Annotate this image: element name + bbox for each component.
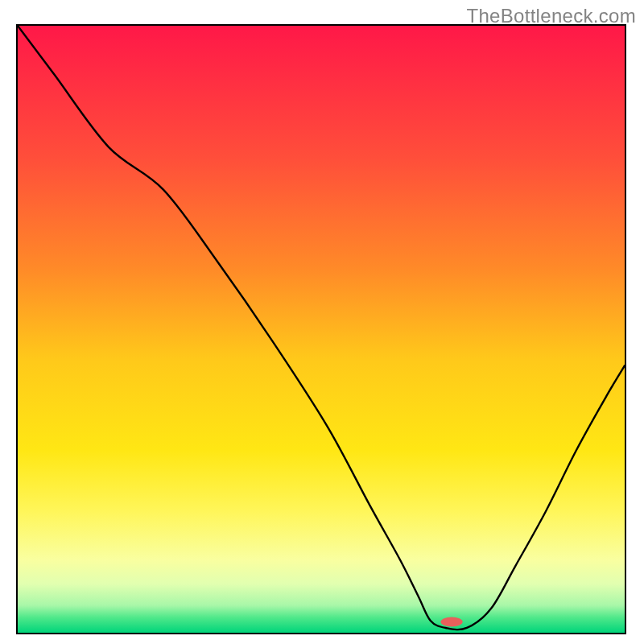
gradient-plot: [18, 26, 625, 633]
figure-container: TheBottleneck.com: [0, 0, 644, 644]
plot-frame: [16, 24, 626, 634]
gradient-background: [18, 26, 625, 633]
minimum-marker: [441, 617, 463, 626]
